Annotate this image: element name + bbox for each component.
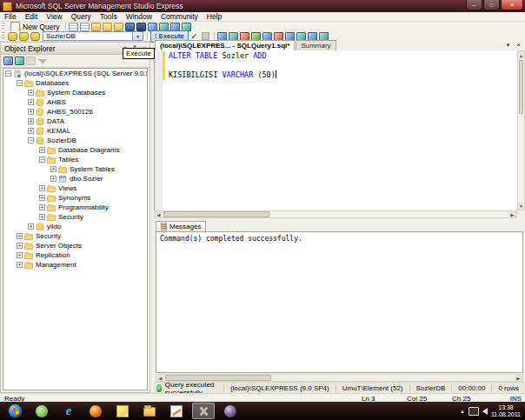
active-files-icon[interactable]: ▼ bbox=[504, 41, 512, 49]
actual-plan-icon[interactable] bbox=[251, 32, 261, 41]
tree-item-yildo[interactable]: +yildo bbox=[3, 222, 147, 231]
expand-plus-icon[interactable]: + bbox=[39, 214, 45, 220]
expand-minus-icon[interactable]: − bbox=[5, 70, 11, 77]
scroll-down-icon[interactable]: ▼ bbox=[518, 202, 524, 210]
design-query-icon[interactable] bbox=[229, 32, 238, 41]
media-player-icon[interactable] bbox=[219, 403, 242, 419]
expand-plus-icon[interactable]: + bbox=[17, 252, 23, 258]
open-server-file-icon[interactable] bbox=[103, 23, 112, 31]
tree-item-databases[interactable]: −Databases bbox=[3, 78, 147, 88]
expand-plus-icon[interactable]: + bbox=[28, 90, 34, 96]
template-parameters-icon[interactable] bbox=[240, 32, 249, 41]
tree-item-security[interactable]: +Security bbox=[3, 231, 147, 241]
tree-item-views[interactable]: +Views bbox=[3, 183, 147, 193]
expand-plus-icon[interactable]: + bbox=[50, 176, 56, 182]
results-to-grid-icon[interactable] bbox=[285, 32, 295, 41]
menu-view[interactable]: View bbox=[42, 12, 66, 21]
expand-minus-icon[interactable]: − bbox=[17, 80, 23, 86]
tree-item-database-diagrams[interactable]: +Database Diagrams bbox=[3, 145, 147, 155]
tree-item-system-tables[interactable]: +System Tables bbox=[3, 164, 147, 174]
analysis-services-query-icon[interactable] bbox=[80, 23, 90, 31]
client-statistics-icon[interactable] bbox=[262, 32, 272, 41]
tree-item-replication[interactable]: +Replication bbox=[3, 250, 147, 260]
expand-plus-icon[interactable]: + bbox=[17, 243, 23, 249]
connect-database-icon[interactable] bbox=[8, 32, 17, 41]
expand-minus-icon[interactable]: − bbox=[39, 157, 45, 163]
expand-plus-icon[interactable]: + bbox=[28, 109, 34, 115]
save-icon[interactable] bbox=[125, 23, 135, 31]
tree-item-system-databases[interactable]: +System Databases bbox=[3, 88, 147, 97]
expand-plus-icon[interactable]: + bbox=[39, 147, 45, 153]
editor-vertical-scrollbar[interactable]: ▲ ▼ bbox=[517, 50, 525, 210]
tree-item-ahbs-500126[interactable]: +AHBS_500126 bbox=[3, 107, 147, 117]
expand-minus-icon[interactable]: − bbox=[28, 137, 34, 143]
expand-plus-icon[interactable]: + bbox=[39, 185, 45, 191]
menu-query[interactable]: Query bbox=[67, 12, 96, 21]
menu-window[interactable]: Window bbox=[122, 12, 156, 21]
scrollbar-thumb[interactable] bbox=[519, 60, 523, 114]
tree-item-sozlerdb[interactable]: −SozlerDB bbox=[3, 136, 147, 145]
tree-item-programmability[interactable]: +Programmability bbox=[3, 203, 147, 212]
scrollbar-thumb[interactable] bbox=[163, 211, 269, 217]
explorer-folder-icon[interactable] bbox=[138, 403, 161, 419]
comment-icon[interactable] bbox=[308, 32, 317, 41]
title-bar[interactable]: Microsoft SQL Server Management Studio E… bbox=[0, 0, 525, 12]
disconnect-database-icon[interactable] bbox=[19, 32, 29, 41]
tray-expand-icon[interactable]: ▲ bbox=[460, 409, 465, 414]
chevron-down-icon[interactable]: ▼ bbox=[132, 32, 143, 40]
database-engine-query-icon[interactable] bbox=[69, 23, 78, 31]
tree-item-synonyms[interactable]: +Synonyms bbox=[3, 193, 147, 203]
tree-item-dbo-sozler[interactable]: +dbo.Sozler bbox=[3, 174, 147, 183]
taskbar-clock[interactable]: 13:38 11.08.2011 bbox=[491, 404, 521, 418]
change-connection-icon[interactable] bbox=[30, 32, 40, 41]
results-to-text-icon[interactable] bbox=[274, 32, 283, 41]
scroll-right-icon[interactable]: ▶ bbox=[515, 375, 522, 381]
menu-tools[interactable]: Tools bbox=[96, 12, 122, 21]
sticky-notes-icon[interactable] bbox=[111, 403, 134, 419]
scroll-left-icon[interactable]: ◀ bbox=[155, 211, 163, 217]
filter-icon[interactable] bbox=[38, 59, 47, 64]
estimated-plan-icon[interactable] bbox=[217, 32, 227, 41]
stop-icon[interactable] bbox=[26, 57, 36, 65]
internet-explorer-icon[interactable]: e bbox=[57, 403, 80, 419]
close-document-icon[interactable]: × bbox=[515, 41, 522, 49]
tree-item-kemal[interactable]: +KEMAL bbox=[3, 126, 147, 136]
expand-plus-icon[interactable]: + bbox=[17, 233, 23, 239]
uncomment-icon[interactable] bbox=[319, 32, 329, 41]
expand-plus-icon[interactable]: + bbox=[50, 166, 56, 172]
expand-plus-icon[interactable]: + bbox=[39, 204, 45, 210]
tree-item-management[interactable]: +Management bbox=[3, 260, 147, 270]
expand-plus-icon[interactable]: + bbox=[39, 195, 45, 201]
start-button[interactable] bbox=[3, 403, 26, 419]
firefox-icon[interactable] bbox=[84, 403, 107, 419]
toolbar-grip[interactable] bbox=[2, 32, 4, 40]
open-project-icon[interactable] bbox=[114, 23, 123, 31]
tree-item--local-sqlexpress-sql-server-9-0-5000-umut-element-[interactable]: −(local)\SQLEXPRESS (SQL Server 9.0.5000… bbox=[3, 69, 147, 78]
tab-summary[interactable]: Summary bbox=[296, 40, 336, 50]
ssms-taskbar-icon[interactable] bbox=[192, 403, 215, 419]
maximize-button[interactable]: □ bbox=[483, 0, 500, 10]
menu-community[interactable]: Community bbox=[156, 12, 203, 21]
scroll-right-icon[interactable]: ▶ bbox=[508, 211, 516, 217]
results-to-file-icon[interactable] bbox=[296, 32, 306, 41]
menu-edit[interactable]: Edit bbox=[21, 12, 43, 21]
sql-code[interactable]: ALTER TABLE Sozler ADD KISIBILGISI VARCH… bbox=[169, 51, 517, 210]
expand-plus-icon[interactable]: + bbox=[17, 262, 23, 268]
expand-plus-icon[interactable]: + bbox=[28, 223, 34, 230]
available-databases-combo[interactable]: SozlerDB ▼ bbox=[43, 31, 143, 41]
new-query-button[interactable]: New Query bbox=[7, 22, 63, 31]
tree-item-server-objects[interactable]: +Server Objects bbox=[3, 241, 147, 250]
scroll-up-icon[interactable]: ▲ bbox=[518, 51, 524, 59]
expand-plus-icon[interactable]: + bbox=[28, 118, 34, 124]
save-all-icon[interactable] bbox=[136, 23, 146, 31]
tree-item-tables[interactable]: −Tables bbox=[3, 155, 147, 164]
menu-help[interactable]: Help bbox=[203, 12, 226, 21]
speaker-icon[interactable] bbox=[482, 408, 488, 415]
sql-editor[interactable]: ALTER TABLE Sozler ADD KISIBILGISI VARCH… bbox=[154, 50, 517, 210]
toolbar-grip[interactable] bbox=[2, 23, 4, 30]
tree-item-security[interactable]: +Security bbox=[3, 212, 147, 222]
menu-file[interactable]: File bbox=[0, 12, 21, 21]
messages-pane[interactable]: Command(s) completed successfully. bbox=[156, 231, 523, 373]
open-file-icon[interactable] bbox=[91, 23, 101, 31]
network-icon[interactable] bbox=[469, 407, 479, 416]
